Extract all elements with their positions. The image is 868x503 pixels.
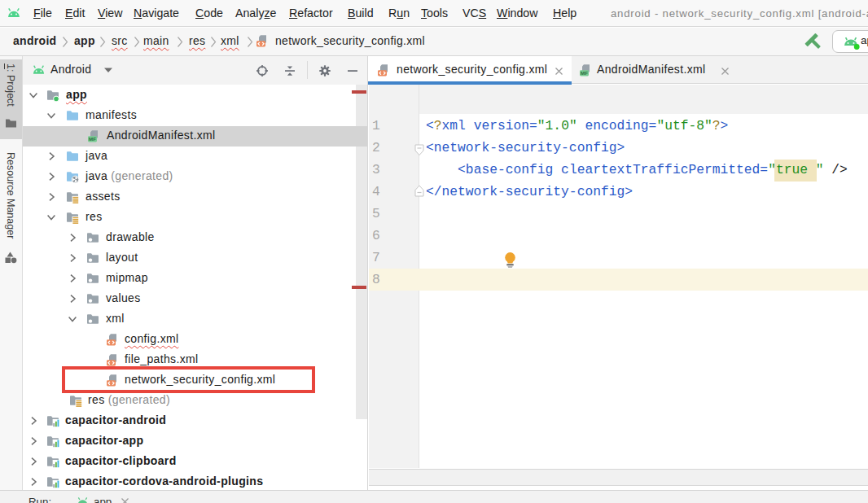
svg-text:MF: MF xyxy=(581,70,588,76)
svg-text:MF: MF xyxy=(89,136,96,142)
